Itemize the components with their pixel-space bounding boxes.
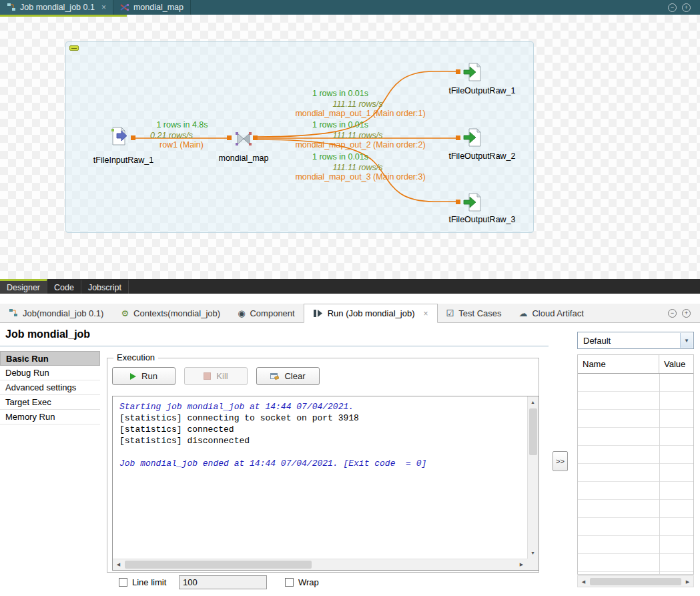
job-icon [7, 3, 16, 12]
tab-run-view[interactable]: Run (Job mondial_job) × [304, 304, 438, 323]
tab-contexts-view[interactable]: ⚙ Contexts(mondial_job) [112, 304, 229, 322]
horizontal-scroll-thumb[interactable] [590, 578, 681, 585]
component-label[interactable]: tFileOutputRaw_3 [440, 215, 524, 224]
editor-window-controls: − + [668, 0, 700, 15]
scroll-right-icon[interactable]: ▶ [516, 559, 527, 570]
tab-label: Job(mondial_job 0.1) [23, 308, 103, 318]
line-limit-label: Line limit [132, 577, 166, 587]
component-label[interactable]: tFileOutputRaw_1 [440, 86, 524, 95]
menu-item-debug-run[interactable]: Debug Run [0, 366, 100, 380]
line-limit-checkbox[interactable] [119, 578, 127, 587]
run-button[interactable]: Run [112, 367, 176, 385]
component-icon: ◉ [238, 308, 245, 318]
tab-cloud-artifact[interactable]: ☁ Cloud Artifact [510, 304, 592, 322]
tab-label: mondial_map [133, 3, 184, 12]
console-line: Starting job mondial_job at 14:44 07/04/… [119, 401, 524, 412]
context-horizontal-scrollbar[interactable]: ◀ ▶ [577, 575, 694, 587]
row-stats: 1 rows in 0.01s [297, 120, 384, 129]
component-tFileInputRaw-1[interactable] [109, 126, 129, 146]
component-label[interactable]: mondial_map [214, 154, 274, 163]
column-header-value[interactable]: Value [659, 355, 693, 373]
connection-label[interactable]: mondial_map_out_2 (Main order:2) [284, 140, 437, 150]
component-label[interactable]: tFileOutputRaw_2 [440, 152, 524, 161]
row-stats: 1 rows in 4.8s [139, 120, 226, 129]
file-output-raw-icon [463, 62, 483, 82]
map-icon [120, 3, 129, 12]
context-variables-table[interactable]: Name Value [577, 354, 694, 575]
kill-button[interactable]: Kill [184, 367, 248, 385]
row-rate: 0.21 rows/s [133, 131, 210, 140]
maximize-icon[interactable]: + [682, 3, 691, 12]
scroll-right-icon[interactable]: ▶ [682, 576, 693, 587]
maximize-icon[interactable]: + [682, 309, 691, 318]
chevron-down-icon[interactable]: ▼ [680, 333, 693, 348]
component-tFileOutputRaw-3[interactable] [463, 192, 483, 212]
row-rate: 111.11 rows/s [319, 131, 396, 140]
connection-label[interactable]: row1 (Main) [138, 140, 225, 150]
execution-buttons: Run Kill Clear [112, 367, 320, 385]
row-rate: 111.11 rows/s [319, 163, 396, 172]
stop-icon [204, 372, 211, 380]
vertical-scroll-thumb[interactable] [529, 408, 537, 455]
tab-component-view[interactable]: ◉ Component [229, 304, 304, 322]
panel-window-controls: − + [668, 304, 700, 322]
menu-item-target-exec[interactable]: Target Exec [0, 395, 100, 410]
scroll-left-icon[interactable]: ◀ [113, 559, 124, 570]
kill-button-label: Kill [216, 371, 228, 381]
tab-label: Job mondial_job 0.1 [20, 3, 95, 12]
close-icon[interactable]: × [424, 309, 428, 318]
tab-job-view[interactable]: Job(mondial_job 0.1) [0, 304, 112, 322]
console-line: [statistics] connecting to socket on por… [119, 412, 524, 424]
context-table-body[interactable] [578, 374, 693, 574]
connection-label[interactable]: mondial_map_out_1 (Main order:1) [284, 109, 437, 118]
row-stats: 1 rows in 0.01s [297, 152, 384, 162]
run-button-label: Run [141, 371, 157, 381]
cloud-icon: ☁ [518, 308, 527, 318]
scroll-down-icon[interactable]: ▼ [527, 547, 539, 559]
run-menu: Basic Run Debug Run Advanced settings Ta… [0, 351, 100, 424]
console-output: Starting job mondial_job at 14:44 07/04/… [119, 401, 524, 469]
component-mondial-map[interactable] [234, 129, 254, 149]
connection-label[interactable]: mondial_map_out_3 (Main order:3) [284, 172, 437, 182]
tab-jobscript[interactable]: Jobscript [81, 279, 129, 294]
menu-item-basic-run[interactable]: Basic Run [0, 351, 100, 366]
file-input-raw-icon [109, 126, 129, 146]
menu-item-memory-run[interactable]: Memory Run [0, 410, 100, 424]
context-selector[interactable]: Default ▼ [577, 332, 694, 349]
line-limit-input[interactable] [179, 575, 267, 589]
expand-context-panel-button[interactable]: >> [553, 451, 568, 471]
clear-button[interactable]: Clear [256, 367, 320, 385]
view-tabbar: Designer Code Jobscript [0, 279, 700, 294]
component-label[interactable]: tFileInputRaw_1 [83, 156, 163, 165]
tab-test-cases[interactable]: ☑ Test Cases [438, 304, 510, 322]
menu-item-advanced-settings[interactable]: Advanced settings [0, 380, 100, 395]
wrap-checkbox[interactable] [285, 578, 294, 587]
title-divider [0, 346, 549, 346]
clear-icon [270, 372, 279, 380]
file-output-raw-icon [463, 127, 483, 147]
tab-job-mondial-job[interactable]: Job mondial_job 0.1 × [0, 0, 113, 15]
scroll-left-icon[interactable]: ◀ [578, 576, 589, 587]
minimize-icon[interactable]: − [668, 3, 677, 12]
designer-canvas[interactable]: tFileInputRaw_1 mondial_map tFileOutputR… [0, 15, 700, 279]
minimize-icon[interactable]: − [668, 309, 677, 318]
context-selector-value: Default [583, 336, 611, 346]
column-header-name[interactable]: Name [578, 355, 659, 373]
panel-tabbar: Job(mondial_job 0.1) ⚙ Contexts(mondial_… [0, 304, 700, 323]
component-tFileOutputRaw-2[interactable] [463, 127, 483, 147]
tab-code[interactable]: Code [47, 279, 81, 294]
tab-designer[interactable]: Designer [0, 279, 47, 294]
console-vertical-scrollbar[interactable]: ▲ ▼ [527, 396, 539, 559]
scroll-up-icon[interactable]: ▲ [527, 396, 539, 408]
tab-label: Component [250, 308, 294, 318]
close-icon[interactable]: × [101, 3, 106, 12]
tab-label: Contexts(mondial_job) [133, 308, 220, 318]
tab-mondial-map[interactable]: mondial_map [113, 0, 191, 15]
test-cases-icon: ☑ [446, 308, 454, 318]
component-tFileOutputRaw-1[interactable] [463, 62, 483, 82]
contexts-icon: ⚙ [121, 308, 129, 318]
horizontal-scroll-thumb[interactable] [125, 561, 312, 569]
execution-console[interactable]: Starting job mondial_job at 14:44 07/04/… [112, 396, 539, 571]
console-line: [statistics] disconnected [119, 435, 524, 446]
console-horizontal-scrollbar[interactable]: ◀ ▶ [113, 559, 527, 570]
